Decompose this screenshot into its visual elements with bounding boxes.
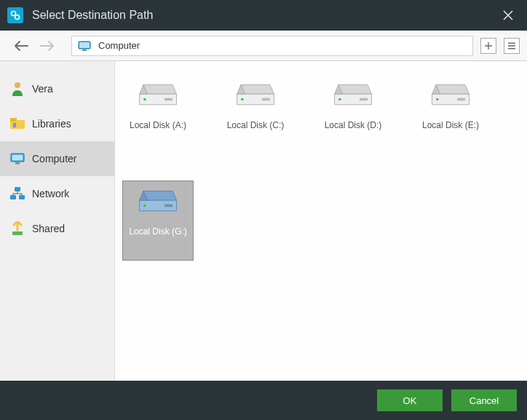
svg-marker-19 [143,84,176,94]
svg-rect-17 [19,195,25,199]
sidebar-item-label: Vera [32,83,53,95]
titlebar: Select Destination Path [0,0,527,31]
svg-marker-33 [338,84,371,94]
drive-label: Local Disk (G:) [129,226,186,237]
user-icon [10,82,25,96]
close-button[interactable] [494,1,523,30]
sidebar-item-computer[interactable]: Computer [0,141,114,176]
svg-rect-13 [12,155,23,161]
svg-rect-4 [82,49,87,51]
hdd-icon [430,81,471,110]
sidebar-item-libraries[interactable]: Libraries [0,106,114,141]
toolbar: Computer [0,31,527,61]
svg-point-1 [15,15,20,20]
drive-item[interactable]: Local Disk (D:) [317,74,389,154]
sidebar-item-shared[interactable]: Shared [0,211,114,246]
sidebar-item-label: Shared [32,223,65,234]
svg-point-26 [143,98,146,101]
monitor-icon [10,151,25,166]
svg-rect-7 [508,47,515,49]
nav-back-button[interactable] [13,38,29,54]
hdd-icon [138,81,178,110]
drive-item[interactable]: Local Disk (E:) [415,74,486,154]
drive-item[interactable]: Local Disk (A:) [122,74,194,154]
view-list-button[interactable] [504,38,520,54]
ok-button[interactable]: OK [377,389,443,411]
sidebar-item-label: Libraries [32,118,71,130]
svg-rect-42 [457,98,465,101]
footer: OK Cancel [0,381,527,420]
hdd-icon [333,81,373,110]
svg-point-46 [143,205,146,207]
svg-rect-47 [165,205,173,207]
sidebar-item-label: Network [32,188,69,199]
cancel-button[interactable]: Cancel [451,389,517,411]
svg-rect-15 [15,187,20,191]
network-icon [10,186,25,201]
svg-rect-16 [10,195,16,199]
svg-rect-27 [165,98,173,101]
drive-grid: Local Disk (A:) Local Disk (C:) [115,61,527,381]
svg-rect-3 [79,42,90,48]
svg-point-0 [12,12,16,16]
app-icon [7,7,23,23]
shared-icon [10,221,25,236]
svg-rect-6 [508,45,515,47]
drive-item-selected[interactable]: Local Disk (G:) [122,181,194,261]
sidebar-item-label: Computer [32,153,76,165]
svg-marker-28 [241,84,274,94]
drive-label: Local Disk (C:) [227,120,285,130]
svg-rect-18 [12,231,23,235]
drive-label: Local Disk (E:) [422,120,479,130]
hdd-icon [138,187,178,216]
sidebar-item-network[interactable]: Network [0,176,114,211]
svg-point-31 [241,98,244,101]
svg-rect-11 [13,123,16,127]
libraries-icon [10,116,25,131]
drive-label: Local Disk (D:) [325,120,382,130]
path-box[interactable]: Computer [71,36,473,56]
new-folder-button[interactable] [480,38,496,54]
svg-marker-38 [436,84,469,94]
sidebar: Vera Libraries Computer Network [0,61,115,381]
svg-rect-14 [15,162,20,165]
svg-rect-37 [360,98,368,101]
nav-forward-button[interactable] [39,38,55,54]
sidebar-item-vera[interactable]: Vera [0,71,114,106]
window-title: Select Destination Path [32,9,494,22]
svg-rect-5 [508,42,515,44]
svg-point-8 [15,82,20,88]
hdd-icon [235,81,276,110]
svg-rect-32 [262,98,270,101]
svg-point-41 [436,98,439,101]
path-text: Computer [98,40,140,51]
drive-item[interactable]: Local Disk (C:) [220,74,291,154]
svg-point-36 [338,98,341,101]
monitor-icon [78,41,91,51]
svg-rect-10 [10,118,17,122]
drive-label: Local Disk (A:) [130,120,186,130]
svg-marker-43 [143,191,176,200]
